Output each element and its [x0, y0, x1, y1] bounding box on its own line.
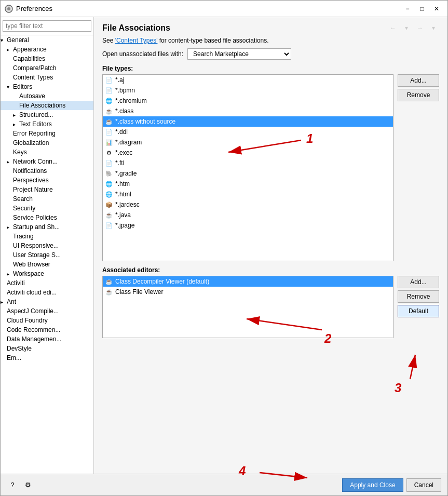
sidebar-item-editors[interactable]: ▾Editors [1, 82, 93, 91]
minimize-button[interactable]: − [401, 2, 414, 16]
editor-icon-1: ☕ [105, 288, 113, 296]
file-type-item-12[interactable]: 📦*.jardesc [103, 199, 393, 210]
sidebar-item-globalization[interactable]: Globalization [1, 138, 93, 148]
back-button[interactable]: ← [387, 22, 399, 34]
sidebar-label-workspace: Workspace [13, 270, 44, 277]
info-row: See 'Content Types' for content-type bas… [102, 37, 439, 44]
sidebar-item-devstyle[interactable]: DevStyle [1, 344, 93, 353]
assoc-editor-item-1[interactable]: ☕Class File Viewer [103, 287, 393, 297]
help-icon[interactable]: ? [7, 479, 18, 491]
assoc-editor-item-0[interactable]: ☕Class Decompiler Viewer (default) [103, 276, 393, 287]
editor-icon-0: ☕ [105, 277, 113, 286]
sidebar-item-notifications[interactable]: Notifications [1, 166, 93, 176]
assoc-editors-add-button[interactable]: Add... [398, 276, 439, 288]
cancel-button[interactable]: Cancel [406, 478, 441, 492]
sidebar-item-capabilities[interactable]: Capabilities [1, 54, 93, 63]
forward-dropdown-button[interactable]: ▾ [428, 22, 439, 34]
assoc-editors-list[interactable]: ☕Class Decompiler Viewer (default)☕Class… [102, 276, 393, 338]
file-type-item-0[interactable]: 📄*.aj [103, 75, 393, 85]
sidebar-item-file-associations[interactable]: File Associations [1, 101, 93, 110]
sidebar-label-ui-responsive: UI Responsive... [13, 242, 59, 249]
forward-button[interactable]: → [414, 22, 426, 34]
sidebar-item-em-more[interactable]: Em... [1, 353, 93, 363]
sidebar-item-web-browser[interactable]: Web Browser [1, 260, 93, 269]
sidebar-item-appearance[interactable]: ▸Appearance [1, 45, 93, 54]
assoc-editors-container: ☕Class Decompiler Viewer (default)☕Class… [102, 276, 439, 338]
sidebar-item-search[interactable]: Search [1, 194, 93, 204]
sidebar-item-tracing[interactable]: Tracing [1, 232, 93, 241]
sidebar-item-user-storage[interactable]: User Storage S... [1, 250, 93, 260]
maximize-button[interactable]: □ [415, 2, 429, 16]
sidebar-item-general[interactable]: ▾General [1, 35, 93, 45]
file-icon-0: 📄 [105, 76, 113, 84]
sidebar-item-keys[interactable]: Keys [1, 148, 93, 157]
panel-toolbar: File Associations ← ▾ → ▾ [102, 22, 439, 34]
file-label-14: *.jpage [115, 222, 134, 229]
file-type-item-11[interactable]: 🌐*.html [103, 189, 393, 199]
content-types-link[interactable]: 'Content Types' [115, 37, 158, 44]
sidebar-item-cloud-foundry[interactable]: Cloud Foundry [1, 316, 93, 325]
file-type-item-10[interactable]: 🌐*.htm [103, 179, 393, 189]
sidebar-item-activiti[interactable]: Activiti [1, 278, 93, 288]
open-unassoc-label: Open unassociated files with: [102, 50, 183, 58]
file-type-item-1[interactable]: 📄*.bpmn [103, 85, 393, 96]
sidebar-item-security[interactable]: Security [1, 204, 93, 213]
sidebar-item-ant[interactable]: ▸Ant [1, 297, 93, 306]
file-types-remove-button[interactable]: Remove [398, 89, 439, 101]
open-unassoc-select[interactable]: Search MarketplaceSystem EditorText Edit… [187, 48, 291, 60]
file-icon-4: ☕ [105, 117, 113, 126]
sidebar-item-data-management[interactable]: Data Managemen... [1, 334, 93, 344]
sidebar-item-ui-responsive[interactable]: UI Responsive... [1, 241, 93, 250]
sidebar-label-code-recommenders: Code Recommen... [7, 326, 60, 333]
sidebar-label-error-reporting: Error Reporting [13, 130, 56, 137]
file-types-list[interactable]: 📄*.aj📄*.bpmn🌐*.chromium☕*.class☕*.class … [102, 74, 393, 261]
file-icon-1: 📄 [105, 86, 113, 95]
back-dropdown-button[interactable]: ▾ [401, 22, 412, 34]
file-type-item-4[interactable]: ☕*.class without source [103, 116, 393, 127]
sidebar-item-startup-shutdown[interactable]: ▸Startup and Sh... [1, 222, 93, 232]
file-type-item-6[interactable]: 📊*.diagram [103, 137, 393, 148]
settings-icon[interactable]: ⚙ [22, 479, 34, 491]
file-types-add-button[interactable]: Add... [398, 74, 439, 87]
filter-input[interactable] [3, 20, 91, 32]
file-type-item-8[interactable]: 📄*.ftl [103, 158, 393, 168]
file-type-item-5[interactable]: 📄*.ddl [103, 127, 393, 137]
sidebar-label-em-more: Em... [7, 354, 21, 361]
sidebar-label-network-conn: Network Conn... [13, 158, 58, 165]
file-label-11: *.html [115, 191, 131, 198]
sidebar-item-activiti-cloud-editor[interactable]: Activiti cloud edi... [1, 288, 93, 297]
sidebar-item-compare-patch[interactable]: Compare/Patch [1, 63, 93, 73]
sidebar-item-service-policies[interactable]: Service Policies [1, 213, 93, 222]
sidebar-item-code-recommenders[interactable]: Code Recommen... [1, 325, 93, 334]
apply-close-button[interactable]: Apply and Close [342, 478, 403, 492]
assoc-editors-default-button[interactable]: Default [398, 305, 439, 317]
sidebar-item-autosave[interactable]: Autosave [1, 91, 93, 101]
file-label-9: *.gradle [115, 170, 137, 177]
file-type-item-9[interactable]: 🐘*.gradle [103, 168, 393, 179]
sidebar-item-error-reporting[interactable]: Error Reporting [1, 129, 93, 138]
file-types-container: 📄*.aj📄*.bpmn🌐*.chromium☕*.class☕*.class … [102, 74, 439, 261]
file-type-item-13[interactable]: ☕*.java [103, 210, 393, 220]
file-type-item-7[interactable]: ⚙*.exec [103, 148, 393, 158]
file-type-item-3[interactable]: ☕*.class [103, 106, 393, 116]
svg-point-1 [7, 7, 10, 10]
file-icon-8: 📄 [105, 159, 113, 167]
sidebar-item-structured[interactable]: ▸Structured... [1, 110, 93, 119]
file-type-item-14[interactable]: 📄*.jpage [103, 220, 393, 231]
close-button[interactable]: ✕ [430, 2, 443, 16]
assoc-editors-remove-button[interactable]: Remove [398, 290, 439, 303]
sidebar-item-content-types[interactable]: Content Types [1, 73, 93, 82]
sidebar-item-text-editors[interactable]: ▸Text Editors [1, 119, 93, 129]
sidebar-tree: ▾General▸AppearanceCapabilitiesCompare/P… [1, 35, 93, 474]
sidebar-item-workspace[interactable]: ▸Workspace [1, 269, 93, 278]
file-label-0: *.aj [115, 76, 124, 84]
assoc-editors-label: Associated editors: [102, 266, 439, 274]
sidebar-filter[interactable] [1, 17, 93, 35]
sidebar-item-project-nature[interactable]: Project Nature [1, 185, 93, 194]
file-label-10: *.htm [115, 180, 130, 187]
file-type-item-2[interactable]: 🌐*.chromium [103, 96, 393, 106]
sidebar-item-network-conn[interactable]: ▸Network Conn... [1, 157, 93, 166]
sidebar-item-aspectj-compiler[interactable]: AspectJ Compile... [1, 306, 93, 316]
sidebar-item-perspectives[interactable]: Perspectives [1, 176, 93, 185]
assoc-editors-buttons: Add... Remove Default [398, 276, 439, 338]
